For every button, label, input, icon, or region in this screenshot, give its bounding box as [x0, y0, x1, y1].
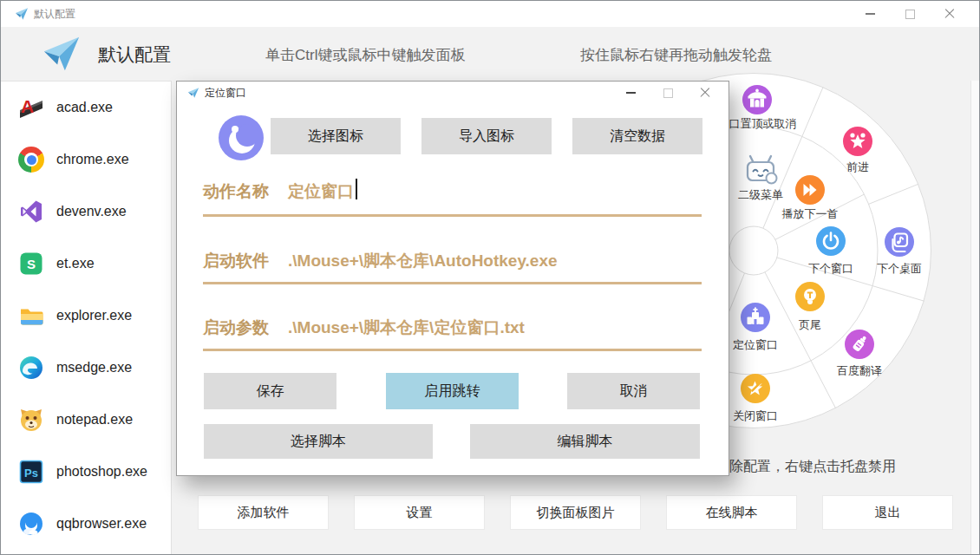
wheel-label-forward[interactable]: 前进: [797, 160, 918, 175]
panel-trigger-hint: 单击Ctrl键或鼠标中键触发面板: [265, 45, 465, 65]
wheel-label-baidu-translate[interactable]: 百度翻译: [799, 363, 920, 379]
main-titlebar: 默认配置: [1, 1, 979, 28]
next-desktop-icon[interactable]: [885, 227, 914, 257]
wps-spreadsheet-icon: S: [18, 251, 44, 277]
sidebar-item-label: explorer.exe: [56, 308, 132, 323]
close-button[interactable]: [931, 1, 969, 27]
minimize-button[interactable]: [851, 1, 889, 27]
text-caret: [356, 179, 357, 199]
window-title: 默认配置: [34, 1, 75, 27]
sidebar-item-label: notepad.exe: [56, 412, 133, 428]
save-button[interactable]: 保存: [204, 373, 336, 409]
sidebar-item-label: et.exe: [56, 256, 95, 271]
sidebar-item-msedge[interactable]: msedge.exe: [1, 342, 171, 394]
next-window-icon[interactable]: [816, 226, 846, 256]
pin-window-icon[interactable]: [742, 85, 772, 114]
paper-plane-logo: [39, 34, 84, 74]
select-icon-button[interactable]: 选择图标: [271, 118, 401, 154]
app-sidebar: A acad.exe chrome.exe devenv.exe S et.ex…: [1, 81, 172, 555]
launch-args-underline: [203, 349, 702, 351]
sidebar-item-label: devenv.exe: [56, 204, 127, 219]
locate-window-dialog: 定位窗口 选择图标 导入图标 清空数据 动作名称 定位窗口 启动软件 .\Mou…: [176, 81, 729, 476]
sidebar-item-label: msedge.exe: [56, 360, 132, 375]
paper-plane-icon: [15, 7, 29, 21]
clear-data-button[interactable]: 清空数据: [572, 118, 702, 154]
select-script-button[interactable]: 选择脚本: [204, 424, 433, 459]
launch-app-input[interactable]: .\Mouse+\脚本仓库\AutoHotkey.exe: [288, 250, 558, 272]
sidebar-item-label: qqbrowser.exe: [56, 516, 147, 532]
maximize-button[interactable]: [891, 1, 929, 27]
action-name-underline: [203, 214, 702, 217]
sidebar-item-notepad[interactable]: notepad.exe: [1, 394, 171, 446]
wheel-trigger-hint: 按住鼠标右键再拖动触发轮盘: [580, 45, 772, 65]
doge-icon: [18, 407, 44, 433]
sidebar-item-label: chrome.exe: [56, 152, 129, 167]
profile-name: 默认配置: [98, 42, 171, 67]
import-icon-button[interactable]: 导入图标: [421, 118, 552, 154]
online-scripts-button[interactable]: 在线脚本: [666, 495, 797, 530]
action-name-label: 动作名称: [203, 180, 269, 203]
autocad-icon: A: [18, 95, 44, 121]
wheel-label-next-desktop[interactable]: 下个桌面: [839, 261, 960, 277]
sidebar-item-et[interactable]: S et.exe: [1, 238, 171, 290]
exit-button[interactable]: 退出: [822, 495, 953, 530]
forward-icon[interactable]: [843, 127, 872, 156]
edit-script-button[interactable]: 编辑脚本: [470, 424, 700, 459]
sidebar-item-chrome[interactable]: chrome.exe: [1, 134, 171, 186]
sidebar-item-label: photoshop.exe: [56, 464, 147, 480]
photoshop-icon: Ps: [18, 459, 44, 485]
wheel-label-next-track[interactable]: 播放下一首: [749, 206, 871, 222]
dialog-close-button[interactable]: [693, 82, 717, 104]
qqbrowser-icon: [18, 511, 44, 537]
sidebar-item-devenv[interactable]: devenv.exe: [1, 186, 171, 238]
action-moon-icon[interactable]: [219, 115, 264, 160]
launch-app-underline: [203, 282, 702, 284]
submenu-face-icon[interactable]: [742, 153, 780, 186]
baidu-translate-icon[interactable]: [845, 330, 874, 359]
wheel-label-page-end[interactable]: 页尾: [749, 317, 871, 333]
launch-app-label: 启动软件: [203, 250, 269, 272]
svg-text:Ps: Ps: [24, 467, 38, 480]
launch-args-input[interactable]: .\Mouse+\脚本仓库\定位窗口.txt: [288, 317, 525, 339]
enable-jump-button[interactable]: 启用跳转: [386, 373, 519, 409]
sidebar-item-photoshop[interactable]: Ps photoshop.exe: [1, 446, 171, 498]
dialog-maximize-button[interactable]: [656, 82, 680, 104]
action-name-input[interactable]: 定位窗口: [288, 180, 354, 203]
folder-explorer-icon: [18, 303, 44, 329]
paper-plane-icon: [187, 87, 199, 99]
sidebar-item-explorer[interactable]: explorer.exe: [1, 290, 171, 342]
close-window-icon[interactable]: [741, 374, 770, 403]
dialog-title: 定位窗口: [205, 82, 246, 104]
sidebar-item-qqbrowser[interactable]: qqbrowser.exe: [1, 498, 171, 550]
sidebar-item-label: acad.exe: [56, 100, 113, 115]
right-edge-strip: [970, 27, 980, 555]
edge-icon: [18, 355, 44, 381]
cancel-button[interactable]: 取消: [567, 373, 700, 409]
switch-panel-image-button[interactable]: 切换面板图片: [510, 495, 641, 530]
dialog-minimize-button[interactable]: [618, 82, 643, 104]
svg-text:S: S: [27, 257, 36, 271]
page-end-icon[interactable]: [795, 282, 825, 311]
settings-button[interactable]: 设置: [354, 495, 485, 530]
dialog-titlebar: 定位窗口: [177, 82, 728, 104]
chrome-icon: [18, 147, 44, 173]
visual-studio-icon: [18, 199, 44, 225]
add-software-button[interactable]: 添加软件: [198, 495, 329, 530]
sidebar-item-acad[interactable]: A acad.exe: [1, 82, 171, 134]
launch-args-label: 启动参数: [203, 317, 269, 339]
tray-hint-text: 删除配置，右键点击托盘禁用: [715, 458, 896, 476]
app-window: 窗口置顶或取消 前进 二级菜单 播放下一首 下个窗口 下个桌面 页尾 定位窗口 …: [0, 0, 980, 555]
svg-text:A: A: [21, 96, 34, 116]
